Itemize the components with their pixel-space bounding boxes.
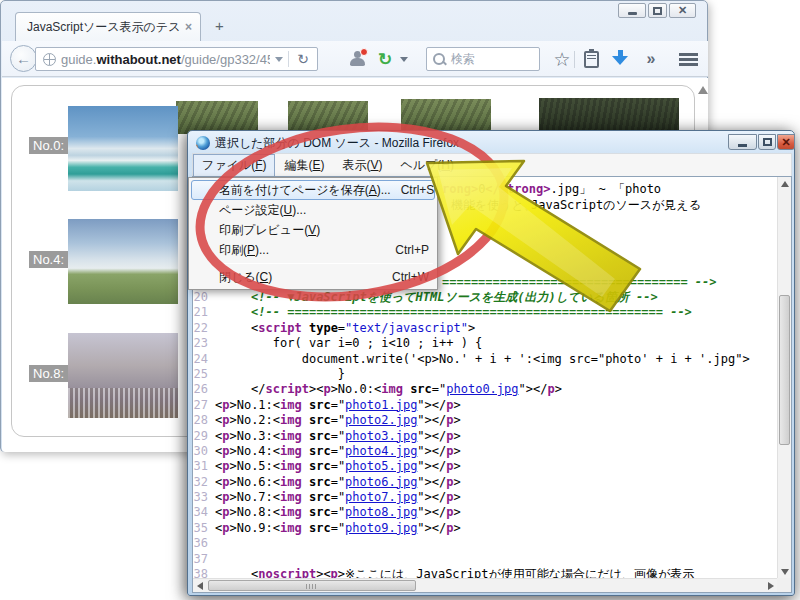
file-menu-item[interactable]: 名前を付けてページを保存(A)...Ctrl+S: [191, 180, 435, 200]
line-number: 37: [193, 552, 215, 567]
sync-icon[interactable]: ↻: [374, 47, 396, 71]
line-number: 34: [193, 505, 215, 520]
source-line: 25 }: [193, 367, 778, 382]
bookmarks-menu-icon[interactable]: [579, 47, 603, 71]
scroll-up-icon[interactable]: [778, 177, 792, 191]
window-close-button[interactable]: ✕: [669, 3, 696, 18]
menu-shortcut: Ctrl+P: [385, 243, 429, 257]
file-menu-item[interactable]: ページ設定(U)...: [191, 200, 435, 220]
tab-javascript-source-test[interactable]: JavaScriptソース表示のテスト ×: [15, 12, 201, 41]
dom-menubar: ファイル(F)編集(E)表示(V)ヘルプ(H): [192, 153, 792, 176]
line-number: 28: [193, 413, 215, 428]
tab-strip: JavaScriptソース表示のテスト × + ✕: [1, 1, 707, 41]
line-number: 36: [193, 536, 215, 551]
source-line: 30<p>No.4:<img src="photo4.jpg"></p>: [193, 444, 778, 459]
menu-shortcut: Ctrl+W: [382, 270, 429, 284]
url-separator: [288, 51, 289, 67]
search-input[interactable]: 検索: [426, 47, 540, 71]
overflow-chevron-icon[interactable]: »: [639, 47, 663, 71]
reload-icon[interactable]: ↻: [293, 51, 313, 67]
menubar-item-0[interactable]: ファイル(F): [193, 154, 275, 177]
dom-minimize-button[interactable]: [728, 134, 757, 150]
vertical-scrollbar-thumb[interactable]: [779, 295, 790, 445]
dom-window-titlebar[interactable]: 選択した部分の DOM ソース - Mozilla Firefox: [196, 135, 459, 151]
bookmark-star-icon[interactable]: ☆: [550, 47, 574, 71]
menu-hamburger-icon[interactable]: [674, 47, 702, 71]
source-line: 37: [193, 552, 778, 567]
source-line: 35<p>No.9:<img src="photo9.jpg"></p>: [193, 521, 778, 536]
url-text[interactable]: guide.withabout.net/guide/gp332/459369/: [61, 52, 270, 67]
selection-label-no0: No.0:: [29, 137, 68, 154]
line-number: 24: [193, 352, 215, 367]
line-number: 25: [193, 367, 215, 382]
menu-separator: [219, 263, 433, 264]
horizontal-scrollbar[interactable]: [193, 578, 778, 592]
source-lines: 20 <!-- ▼JavaScriptを使ってHTMLソースを生成(出力)してい…: [193, 290, 778, 579]
photo-thumbnail[interactable]: [401, 99, 491, 134]
page-scroll-up-icon[interactable]: [698, 86, 708, 94]
dom-close-button[interactable]: ✕: [777, 134, 795, 150]
search-placeholder: 検索: [451, 51, 475, 68]
identity-icon[interactable]: [346, 47, 370, 71]
tab-title: JavaScriptソース表示のテスト: [27, 19, 183, 36]
source-partial-line: ================================== -->: [442, 275, 717, 290]
source-line: 27<p>No.1:<img src="photo1.jpg"></p>: [193, 398, 778, 413]
scroll-right-icon[interactable]: [764, 579, 778, 593]
menubar-item-3[interactable]: ヘルプ(H): [392, 154, 464, 177]
toolbar-separator: [574, 51, 575, 68]
screen: JavaScriptソース表示のテスト × + ✕ ← guide.withab…: [0, 0, 800, 600]
vertical-scrollbar[interactable]: [777, 177, 791, 579]
downloads-icon[interactable]: [608, 47, 632, 71]
source-partial-line: JavaScriptのソースが見える: [531, 198, 701, 213]
source-line: 26 </script><p>No.0:<img src="photo0.jpg…: [193, 382, 778, 397]
scrollbar-corner: [777, 578, 791, 592]
line-number: 30: [193, 444, 215, 459]
line-number: 35: [193, 521, 215, 536]
photo-no8[interactable]: [68, 333, 178, 418]
notification-badge: [360, 48, 368, 56]
menu-shortcut: Ctrl+S: [391, 183, 435, 197]
menubar-item-2[interactable]: 表示(V): [333, 154, 391, 177]
source-line: 28<p>No.2:<img src="photo2.jpg"></p>: [193, 413, 778, 428]
scroll-left-icon[interactable]: [193, 579, 207, 593]
file-menu-item[interactable]: 印刷プレビュー(V): [191, 220, 435, 240]
source-line: 31<p>No.5:<img src="photo5.jpg"></p>: [193, 459, 778, 474]
source-line: 29<p>No.3:<img src="photo3.jpg"></p>: [193, 429, 778, 444]
firefox-icon: [196, 136, 210, 150]
window-maximize-button[interactable]: [648, 3, 667, 18]
url-dropdown-icon[interactable]: [275, 57, 283, 62]
selection-label-no8: No.8:: [29, 365, 68, 382]
file-menu-item[interactable]: 印刷(P)...Ctrl+P: [191, 240, 435, 260]
source-partial-line: rong>0</strong>.jpg」 ~ 「photo: [442, 182, 661, 197]
file-menu-item[interactable]: 閉じる(C)Ctrl+W: [191, 267, 435, 287]
photo-no0[interactable]: [68, 106, 178, 191]
source-partial-line: 機能を使うと、: [451, 198, 536, 213]
line-number: 32: [193, 475, 215, 490]
tab-close-icon[interactable]: ×: [183, 20, 194, 34]
back-button[interactable]: ←: [10, 45, 37, 72]
source-line: 24 document.write('<p>No.' + i + ':<img …: [193, 352, 778, 367]
nav-toolbar: ← guide.withabout.net/guide/gp332/459369…: [2, 41, 708, 77]
line-number: 20: [193, 290, 215, 305]
window-minimize-button[interactable]: [618, 3, 646, 18]
line-number: 27: [193, 398, 215, 413]
url-bar[interactable]: guide.withabout.net/guide/gp332/459369/ …: [35, 47, 318, 71]
line-number: 31: [193, 459, 215, 474]
line-number: 21: [193, 305, 215, 320]
line-number: 26: [193, 382, 215, 397]
sync-dropdown-icon[interactable]: [398, 47, 410, 71]
source-line: 33<p>No.7:<img src="photo7.jpg"></p>: [193, 490, 778, 505]
horizontal-scrollbar-thumb[interactable]: [208, 580, 416, 591]
photo-thumbnail[interactable]: [539, 98, 679, 134]
new-tab-button[interactable]: +: [209, 17, 230, 34]
line-number: 22: [193, 321, 215, 336]
source-line: 21 <!-- ================================…: [193, 305, 778, 320]
source-line: 23 for( var i=0 ; i<10 ; i++ ) {: [193, 336, 778, 351]
source-line: 32<p>No.6:<img src="photo6.jpg"></p>: [193, 475, 778, 490]
photo-no4[interactable]: [68, 219, 178, 304]
source-line: 34<p>No.8:<img src="photo8.jpg"></p>: [193, 505, 778, 520]
globe-icon: [43, 53, 56, 66]
scroll-down-icon[interactable]: [778, 565, 792, 579]
menubar-item-1[interactable]: 編集(E): [275, 154, 333, 177]
dom-maximize-button[interactable]: [758, 134, 776, 150]
